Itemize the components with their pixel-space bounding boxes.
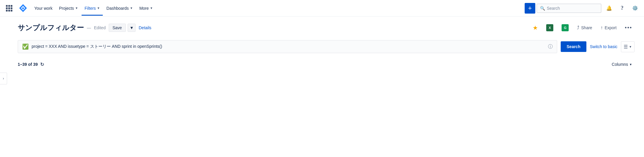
view-menu-button[interactable]: ☰ ▼ (621, 41, 635, 52)
share-button[interactable]: ⤴ Share (575, 23, 594, 32)
more-actions-button[interactable]: ••• (622, 23, 635, 33)
export-button[interactable]: ↑ Export (598, 23, 619, 32)
gear-icon: ⚙️ (632, 5, 638, 11)
more-chevron-icon: ▼ (150, 6, 153, 10)
notifications-button[interactable]: 🔔 (604, 3, 614, 14)
settings-button[interactable]: ⚙️ (630, 3, 640, 14)
title-row: サンプルフィルター — Edited Save ▼ Details ★ X G … (18, 22, 635, 33)
filter-query-input[interactable] (32, 44, 545, 49)
sidebar-toggle-button[interactable]: › (0, 73, 7, 74)
search-icon: 🔍 (540, 6, 545, 11)
details-link[interactable]: Details (139, 25, 151, 30)
save-chevron-icon: ▼ (130, 25, 134, 30)
hamburger-icon: ☰ (624, 44, 628, 50)
view-chevron-icon: ▼ (629, 45, 632, 48)
columns-chevron-icon: ▼ (629, 63, 632, 66)
check-circle-icon: ✅ (22, 43, 29, 50)
search-placeholder-text: Search (547, 6, 560, 11)
page-main: サンプルフィルター — Edited Save ▼ Details ★ X G … (8, 17, 644, 74)
nav-item-filters[interactable]: Filters ▼ (82, 4, 103, 13)
columns-button[interactable]: Columns ▼ (609, 60, 635, 68)
top-navigation: Your work Projects ▼ Filters ▼ Dashboard… (0, 0, 644, 17)
results-row: 1–39 of 39 ↻ Columns ▼ (18, 60, 635, 68)
main-nav: Your work Projects ▼ Filters ▼ Dashboard… (31, 4, 521, 13)
topnav-right: 🔍 Search 🔔 ? ⚙️ (536, 3, 640, 14)
search-button[interactable]: Search (561, 41, 586, 52)
help-button[interactable]: ? (617, 3, 627, 14)
save-chevron-button[interactable]: ▼ (128, 24, 136, 32)
sheets-export-button[interactable]: G (559, 22, 571, 33)
export-icon: ↑ (601, 25, 603, 30)
title-actions: ★ X G ⤴ Share ↑ Export ••• (530, 22, 635, 33)
projects-chevron-icon: ▼ (75, 6, 78, 10)
filter-row: ✅ ⓘ Search Switch to basic ☰ ▼ (18, 40, 635, 53)
switch-to-basic-button[interactable]: Switch to basic (590, 41, 617, 52)
bell-icon: 🔔 (606, 5, 612, 11)
star-icon: ★ (533, 24, 538, 31)
excel-export-button[interactable]: X (544, 22, 556, 33)
refresh-icon[interactable]: ↻ (40, 62, 44, 67)
help-circle-icon[interactable]: ⓘ (548, 44, 553, 50)
results-count-area: 1–39 of 39 ↻ (18, 62, 44, 67)
help-icon: ? (621, 5, 624, 11)
filter-input-wrap: ✅ ⓘ (18, 40, 557, 53)
dash-separator: — (87, 25, 91, 30)
edited-label: Edited (94, 25, 106, 30)
nav-item-dashboards[interactable]: Dashboards ▼ (103, 4, 136, 13)
results-count-text: 1–39 of 39 (18, 62, 38, 67)
more-dots-icon: ••• (625, 25, 632, 31)
search-box[interactable]: 🔍 Search (536, 4, 601, 13)
grid-menu-button[interactable] (4, 3, 15, 14)
sheets-icon: G (562, 24, 569, 31)
save-button[interactable]: Save (109, 24, 126, 32)
nav-item-your-work[interactable]: Your work (31, 4, 56, 13)
dashboards-chevron-icon: ▼ (130, 6, 133, 10)
excel-icon: X (546, 24, 553, 31)
star-button[interactable]: ★ (530, 22, 540, 33)
page-title: サンプルフィルター (18, 23, 84, 32)
nav-item-projects[interactable]: Projects ▼ (56, 4, 81, 13)
create-button[interactable]: + (525, 3, 535, 14)
share-icon: ⤴ (577, 25, 579, 30)
jira-logo[interactable] (18, 4, 28, 13)
nav-item-more[interactable]: More ▼ (136, 4, 156, 13)
columns-label-text: Columns (612, 62, 628, 67)
filters-chevron-icon: ▼ (97, 6, 100, 10)
